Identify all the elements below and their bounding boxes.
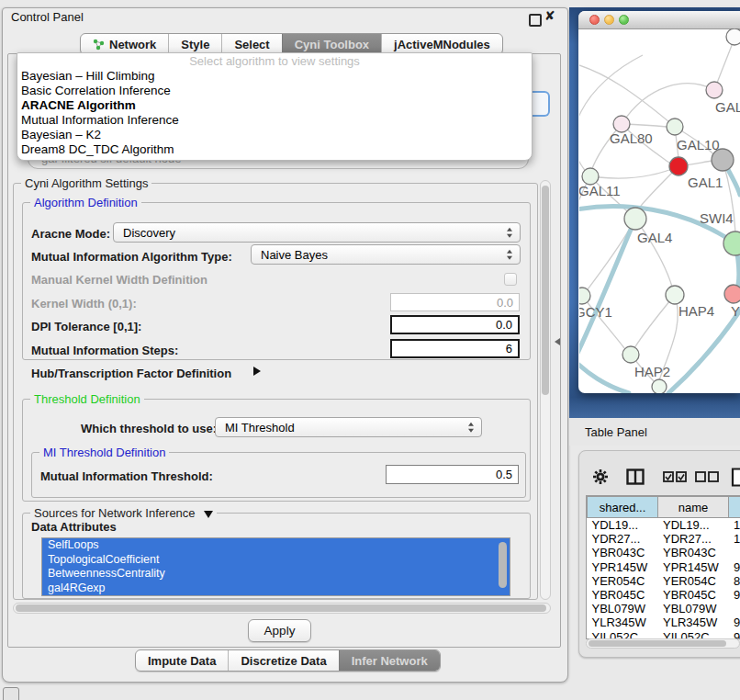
network-node-y[interactable] (724, 285, 740, 303)
expander-collapsed-icon[interactable] (253, 367, 261, 376)
column-header-shared[interactable]: shared... (588, 497, 658, 518)
expander-expanded-icon[interactable] (204, 511, 213, 518)
table-cell[interactable]: YBR045C (658, 588, 729, 602)
table-cell[interactable]: 8. (729, 574, 740, 588)
network-node[interactable] (726, 28, 740, 45)
bottom-tab-discretize-data[interactable]: Discretize Data (228, 650, 338, 671)
table-cell[interactable]: YBR043C (658, 546, 729, 559)
algorithm-option-dream8-dc-tdc-algorithm[interactable]: Dream8 DC_TDC Algorithm (17, 142, 532, 157)
attribute-item-selfloops[interactable]: SelfLoops (42, 538, 510, 553)
network-node-hap2[interactable] (622, 346, 639, 363)
zoom-traffic-light[interactable] (619, 15, 629, 25)
table-hscroll-thumb[interactable] (589, 640, 726, 647)
float-window-icon[interactable] (529, 14, 542, 27)
table-row[interactable]: YER054CYER054C8. (588, 574, 740, 588)
network-edge[interactable] (634, 295, 675, 348)
mi-threshold-input[interactable]: 0.5 (386, 465, 519, 484)
tab-select[interactable]: Select (221, 34, 281, 54)
minimize-traffic-light[interactable] (604, 15, 614, 25)
algorithm-option-mutual-information-inference[interactable]: Mutual Information Inference (17, 113, 532, 128)
network-canvas[interactable]: GALGAL80GAL10GAL1GAL11GAL4SWI4GCY1HAP4YH… (579, 28, 740, 393)
settings-vertical-scrollbar[interactable] (540, 180, 551, 600)
tab-cyni-toolbox[interactable]: Cyni Toolbox (282, 34, 381, 54)
close-icon[interactable]: ✘ (544, 8, 555, 23)
tab-network[interactable]: Network (81, 34, 168, 54)
settings-hscroll-thumb[interactable] (16, 604, 546, 612)
bottom-tab-infer-network[interactable]: Infer Network (339, 650, 440, 671)
table-cell[interactable]: YLR345W (658, 615, 729, 629)
attribute-item-topologicalcoefficient[interactable]: TopologicalCoefficient (42, 553, 510, 568)
table-cell[interactable]: 9. (729, 615, 740, 629)
table-row[interactable]: YBL079WYBL079W (588, 602, 740, 615)
network-node-gcy1[interactable] (579, 288, 590, 304)
tab-style[interactable]: Style (168, 34, 221, 54)
which-threshold-combobox[interactable]: MI Threshold (215, 417, 482, 437)
table-cell[interactable]: YBR043C (588, 546, 658, 559)
table-cell[interactable]: YDL19... (658, 518, 729, 533)
table-cell[interactable] (729, 602, 740, 615)
attribute-item-gal4rgexp[interactable]: gal4RGexp (42, 581, 510, 596)
column-header-name[interactable]: name (658, 497, 729, 518)
network-edge-highlighted[interactable] (668, 310, 740, 393)
table-cell[interactable]: 13 (729, 518, 740, 533)
table-cell[interactable] (729, 546, 740, 559)
attribute-item-betweennesscentrality[interactable]: BetweennessCentrality (42, 567, 510, 581)
table-cell[interactable]: YDL19... (588, 518, 658, 533)
aracne-mode-combobox[interactable]: Discovery (113, 222, 521, 243)
table-cell[interactable]: YBL079W (658, 602, 729, 615)
table-row[interactable]: YPR145WYPR145W9. (588, 560, 740, 574)
toggle-table-columns-button[interactable] (625, 468, 645, 486)
table-cell[interactable]: YDR27... (658, 532, 729, 546)
settings-vscroll-thumb[interactable] (542, 186, 549, 395)
table-cell[interactable]: 9. (729, 588, 740, 602)
algorithm-option-aracne-algorithm[interactable]: ARACNE Algorithm (17, 98, 532, 113)
algorithm-option-bayesian-k2[interactable]: Bayesian – K2 (17, 128, 532, 142)
table-row[interactable]: YLR345WYLR345W9. (588, 615, 740, 629)
table-cell[interactable]: YBL079W (588, 602, 658, 615)
network-node[interactable] (712, 149, 734, 171)
select-all-rows-button[interactable] (663, 470, 687, 483)
apply-button[interactable]: Apply (248, 619, 311, 642)
table-cell[interactable]: 9. (729, 560, 740, 574)
table-cell[interactable]: YER054C (658, 574, 729, 588)
mi-steps-input[interactable]: 6 (390, 339, 520, 358)
close-traffic-light[interactable] (589, 15, 600, 25)
deselect-all-rows-button[interactable] (695, 470, 719, 483)
manual-kernel-width-checkbox[interactable] (504, 273, 517, 286)
algorithm-option-bayesian-hill-climbing[interactable]: Bayesian – Hill Climbing (17, 69, 532, 84)
table-row[interactable]: YBR045CYBR045C9. (588, 588, 740, 602)
table-cell[interactable]: YPR145W (658, 560, 729, 574)
settings-horizontal-scrollbar[interactable] (13, 603, 551, 614)
network-edge-highlighted[interactable] (579, 354, 629, 393)
table-row[interactable]: YBR043CYBR043C (588, 546, 740, 559)
network-node-hap4[interactable] (666, 286, 684, 304)
kernel-width-input[interactable]: 0.0 (390, 293, 520, 311)
network-edge[interactable] (579, 55, 643, 176)
network-node-gal1[interactable] (669, 157, 688, 175)
network-window-titlebar[interactable] (578, 11, 740, 29)
network-node[interactable] (652, 379, 667, 393)
hub-definition-expander[interactable]: Hub/Transcription Factor Definition (31, 367, 231, 380)
new-table-button[interactable] (731, 467, 740, 487)
table-cell[interactable]: YLR345W (588, 615, 658, 629)
network-edge[interactable] (622, 84, 714, 124)
algorithm-option-basic-correlation-inference[interactable]: Basic Correlation Inference (17, 84, 532, 98)
network-node-gal10[interactable] (667, 119, 683, 135)
list-vscroll-thumb[interactable] (499, 542, 507, 588)
mi-algorithm-type-combobox[interactable]: Naive Bayes (251, 244, 521, 265)
network-edge[interactable] (599, 166, 678, 178)
table-settings-button[interactable] (591, 468, 610, 486)
table-row[interactable]: YDR27...YDR27...12 (588, 532, 740, 546)
tab-jactivemnodules[interactable]: jActiveMNodules (381, 34, 502, 54)
table-cell[interactable]: YPR145W (588, 560, 658, 574)
table-row[interactable]: YDL19...YDL19...13 (588, 518, 740, 533)
splitter-collapse-arrow[interactable] (555, 338, 560, 345)
table-cell[interactable]: YDR27... (588, 532, 658, 546)
table-horizontal-scrollbar[interactable] (586, 638, 740, 649)
dpi-tolerance-input[interactable]: 0.0 (390, 315, 520, 334)
network-node-gal[interactable] (706, 82, 723, 98)
minimized-panel-icon[interactable] (3, 687, 19, 700)
bottom-tab-impute-data[interactable]: Impute Data (136, 650, 228, 671)
column-header-a[interactable]: A (729, 497, 740, 518)
table-cell[interactable]: YER054C (588, 574, 658, 588)
